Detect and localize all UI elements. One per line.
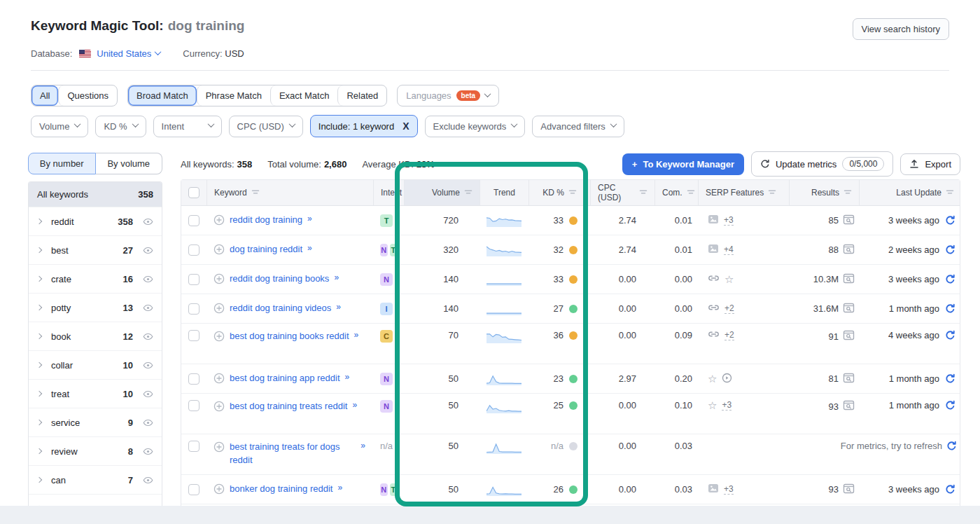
filter-advanced-filters[interactable]: Advanced filters xyxy=(532,116,624,137)
sort-icon[interactable] xyxy=(568,188,577,198)
preview-eye-icon[interactable] xyxy=(143,361,153,369)
filter-volume[interactable]: Volume xyxy=(31,116,88,137)
sidebar-group-collar[interactable]: collar10 xyxy=(29,350,162,379)
preview-eye-icon[interactable] xyxy=(143,218,153,226)
sort-icon[interactable] xyxy=(844,188,852,198)
expand-keyword-icon[interactable]: » xyxy=(307,243,313,253)
sidebar-toggle-by-volume[interactable]: By volume xyxy=(96,153,163,174)
serp-preview-icon[interactable] xyxy=(843,483,855,496)
serp-preview-icon[interactable] xyxy=(843,400,855,413)
preview-eye-icon[interactable] xyxy=(143,419,153,427)
refresh-row-icon[interactable] xyxy=(945,274,955,284)
filter-kd-[interactable]: KD % xyxy=(95,116,146,137)
select-all-checkbox[interactable] xyxy=(188,187,200,198)
keyword-link[interactable]: best dog training books reddit xyxy=(230,330,349,343)
sort-icon[interactable] xyxy=(946,188,954,198)
match-tab-questions[interactable]: Questions xyxy=(58,85,117,106)
serp-more-link[interactable]: +3 xyxy=(724,215,734,226)
refresh-row-icon[interactable] xyxy=(945,303,955,314)
refresh-row-icon[interactable] xyxy=(945,484,955,495)
expand-keyword-icon[interactable]: » xyxy=(307,214,313,223)
serp-preview-icon[interactable] xyxy=(843,214,855,227)
sidebar-toggle-by-number[interactable]: By number xyxy=(28,153,96,174)
add-keyword-icon[interactable] xyxy=(214,273,225,284)
row-checkbox[interactable] xyxy=(188,373,200,385)
expand-keyword-icon[interactable]: » xyxy=(360,441,366,450)
expand-keyword-icon[interactable]: » xyxy=(352,400,358,410)
preview-eye-icon[interactable] xyxy=(143,448,153,455)
column-header-results[interactable]: Results xyxy=(789,180,859,205)
refresh-row-icon[interactable] xyxy=(945,244,955,255)
row-checkbox[interactable] xyxy=(188,484,200,495)
row-checkbox[interactable] xyxy=(188,303,200,315)
expand-keyword-icon[interactable]: » xyxy=(337,483,343,492)
sort-icon[interactable] xyxy=(464,188,472,198)
preview-eye-icon[interactable] xyxy=(143,333,153,340)
to-keyword-manager-button[interactable]: + To Keyword Manager xyxy=(622,153,744,175)
refresh-row-icon[interactable] xyxy=(945,330,955,340)
column-header-serp[interactable]: SERP Features xyxy=(698,180,789,205)
add-keyword-icon[interactable] xyxy=(214,214,225,226)
export-button[interactable]: Export xyxy=(900,153,960,175)
serp-preview-icon[interactable] xyxy=(843,330,855,343)
keyword-link[interactable]: reddit dog training books xyxy=(230,273,329,286)
column-header-keyword[interactable]: Keyword xyxy=(206,180,373,205)
match-tab-phrase-match[interactable]: Phrase Match xyxy=(197,85,270,106)
add-keyword-icon[interactable] xyxy=(214,373,225,384)
filter-include-1-keyword[interactable]: Include: 1 keywordX xyxy=(310,115,418,137)
row-checkbox[interactable] xyxy=(188,441,200,452)
refresh-row-icon[interactable] xyxy=(945,373,955,384)
keyword-link[interactable]: reddit dog training videos xyxy=(230,302,331,315)
serp-preview-icon[interactable] xyxy=(843,303,855,315)
serp-more-link[interactable]: +2 xyxy=(724,330,734,340)
sidebar-group-review[interactable]: review8 xyxy=(29,436,162,465)
sidebar-group-best[interactable]: best27 xyxy=(29,235,162,264)
keyword-link[interactable]: reddit dog training xyxy=(230,214,302,227)
add-keyword-icon[interactable] xyxy=(214,401,225,412)
add-keyword-icon[interactable] xyxy=(214,441,225,453)
sidebar-group-crate[interactable]: crate16 xyxy=(29,264,162,293)
serp-more-link[interactable]: +2 xyxy=(724,303,734,314)
keyword-link[interactable]: best dog training app reddit xyxy=(230,372,340,385)
match-tab-all[interactable]: All xyxy=(31,85,58,106)
column-header-last_update[interactable]: Last Update xyxy=(859,180,961,205)
sidebar-group-can[interactable]: can7 xyxy=(29,465,162,494)
serp-preview-icon[interactable] xyxy=(843,373,855,385)
keyword-link[interactable]: bonker dog training reddit xyxy=(230,483,332,496)
keyword-link[interactable]: dog training reddit xyxy=(230,243,302,256)
preview-eye-icon[interactable] xyxy=(143,304,153,312)
serp-more-link[interactable]: +3 xyxy=(724,484,734,495)
expand-keyword-icon[interactable]: » xyxy=(334,273,340,282)
row-checkbox[interactable] xyxy=(188,330,200,341)
refresh-row-icon[interactable] xyxy=(945,215,955,226)
preview-eye-icon[interactable] xyxy=(143,390,153,398)
sort-icon[interactable] xyxy=(768,188,776,198)
sort-icon[interactable] xyxy=(639,188,648,198)
sort-icon[interactable] xyxy=(687,188,695,198)
sidebar-group-service[interactable]: service9 xyxy=(29,408,162,436)
filter-cpc-usd-[interactable]: CPC (USD) xyxy=(229,116,303,137)
filter-intent[interactable]: Intent xyxy=(153,116,222,137)
column-header-volume[interactable]: Volume xyxy=(404,180,479,205)
preview-eye-icon[interactable] xyxy=(143,476,153,484)
update-metrics-button[interactable]: Update metrics 0/5,000 xyxy=(751,151,893,177)
match-tab-exact-match[interactable]: Exact Match xyxy=(270,85,338,106)
languages-dropdown[interactable]: Languages beta xyxy=(397,85,499,106)
expand-keyword-icon[interactable]: » xyxy=(336,302,342,312)
view-search-history-button[interactable]: View search history xyxy=(853,18,949,40)
serp-preview-icon[interactable] xyxy=(843,244,855,256)
row-checkbox[interactable] xyxy=(188,400,200,411)
expand-keyword-icon[interactable]: » xyxy=(345,372,351,382)
keyword-link[interactable]: best dog training treats reddit xyxy=(230,400,347,413)
add-keyword-icon[interactable] xyxy=(214,244,225,255)
sidebar-group-potty[interactable]: potty13 xyxy=(29,293,162,322)
sidebar-group-treat[interactable]: treat10 xyxy=(29,379,162,408)
column-header-cpc[interactable]: CPC (USD) xyxy=(590,180,654,205)
refresh-row-icon[interactable] xyxy=(946,441,957,451)
remove-filter-icon[interactable]: X xyxy=(402,120,409,132)
column-header-com[interactable]: Com. xyxy=(654,180,698,205)
match-tab-broad-match[interactable]: Broad Match xyxy=(128,85,197,106)
sidebar-group-reddit[interactable]: reddit358 xyxy=(29,207,162,235)
add-keyword-icon[interactable] xyxy=(214,483,225,495)
database-select[interactable]: United States xyxy=(97,48,160,59)
